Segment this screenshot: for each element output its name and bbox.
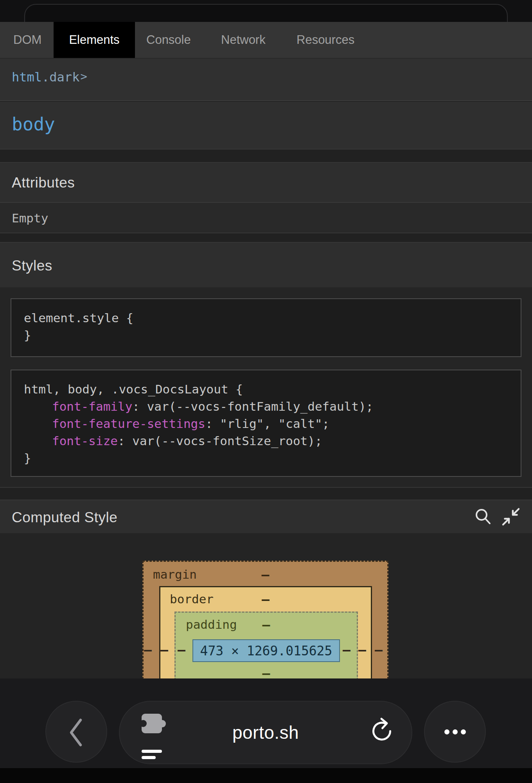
tab-network[interactable]: Network (221, 22, 266, 58)
css-property-line: font-size: var(--vocs-fontSize_root); (24, 432, 521, 449)
selected-node-name: body (12, 114, 55, 135)
tab-resources[interactable]: Resources (297, 22, 354, 58)
css-property-name: font-family (52, 399, 132, 413)
inspector-tab-bar: DOM Elements Console Network Resources (0, 22, 532, 58)
css-property-value: : var(--vocs-fontFamily_default); (132, 399, 373, 413)
styles-section-content: element.style { } html, body, .vocs_Docs… (0, 287, 532, 487)
tab-console[interactable]: Console (146, 22, 191, 58)
padding-right-value: – (343, 643, 350, 656)
dom-breadcrumb: html.dark> (0, 58, 532, 101)
breadcrumb-tag: html (12, 70, 42, 85)
section-divider (0, 233, 532, 243)
top-band (0, 0, 532, 22)
styles-title: Styles (12, 258, 52, 274)
reload-icon[interactable] (370, 717, 394, 745)
css-property-line: font-family: var(--vocs-fontFamily_defau… (24, 398, 521, 415)
attributes-empty-label: Empty (12, 211, 48, 225)
box-model-padding[interactable]: padding – 473 × 1269.015625 – (174, 612, 358, 678)
css-property-value: : var(--vocs-fontSize_root); (118, 434, 322, 448)
css-property-value: : "rlig", "calt"; (205, 417, 329, 431)
css-property-name: font-size (52, 434, 118, 448)
collapse-icon[interactable] (501, 507, 520, 526)
matched-css-rule[interactable]: html, body, .vocs_DocsLayout { font-fami… (11, 370, 521, 477)
padding-left-value: – (178, 643, 185, 656)
margin-right-value: – (375, 643, 383, 656)
mobile-web-inspector: DOM Elements Console Network Resources h… (0, 0, 532, 783)
tab-elements[interactable]: Elements (54, 22, 135, 58)
border-top-value: – (262, 593, 270, 606)
tab-dom[interactable]: DOM (13, 22, 41, 58)
selected-node-row[interactable]: body (0, 102, 532, 149)
url-label: porto.sh (120, 702, 412, 763)
computed-style-title: Computed Style (12, 509, 117, 526)
breadcrumb-item-html-dark[interactable]: html.dark> (12, 70, 87, 85)
border-right-value: – (358, 643, 366, 656)
element-style-rule[interactable]: element.style { } (11, 298, 521, 357)
breadcrumb-chevron-icon: > (80, 70, 87, 83)
bottom-home-strip (0, 768, 532, 783)
box-model-margin[interactable]: margin – border – padding – 473 × 1269.0… (142, 561, 388, 678)
browser-toolbar: porto.sh (0, 678, 532, 768)
rule-close-line: } (24, 449, 521, 467)
box-model-border[interactable]: border – padding – 473 × 1269.015625 – (159, 586, 372, 678)
rule-open-line: element.style { (24, 309, 521, 327)
css-property-line: font-feature-settings: "rlig", "calt"; (24, 415, 521, 432)
css-property-name: font-feature-settings (52, 417, 205, 431)
section-divider (0, 149, 532, 163)
content-dimensions: 473 × 1269.015625 (200, 643, 332, 659)
inspector-search-field[interactable] (24, 4, 508, 22)
back-button[interactable] (45, 701, 107, 763)
more-menu-button[interactable] (424, 701, 486, 763)
section-divider (0, 487, 532, 500)
attributes-section-header: Attributes (0, 163, 532, 202)
chevron-left-icon (71, 720, 81, 745)
padding-label: padding (186, 617, 237, 631)
padding-bottom-value: – (262, 667, 270, 678)
computed-style-header: Computed Style (0, 500, 532, 533)
address-bar[interactable]: porto.sh (119, 701, 412, 764)
margin-label: margin (153, 567, 197, 581)
rule-close-line: } (24, 327, 521, 344)
box-model-content[interactable]: 473 × 1269.015625 (192, 639, 340, 662)
margin-left-value: – (144, 643, 152, 656)
padding-top-value: – (262, 618, 270, 631)
attributes-empty-row: Empty (0, 202, 532, 233)
border-label: border (170, 592, 214, 606)
breadcrumb-class: .dark (42, 70, 79, 85)
ellipsis-icon (444, 729, 449, 734)
styles-section-header: Styles (0, 243, 532, 287)
attributes-title: Attributes (12, 175, 75, 191)
search-icon[interactable] (474, 507, 493, 526)
box-model-diagram: margin – border – padding – 473 × 1269.0… (0, 533, 532, 678)
margin-top-value: – (262, 568, 270, 581)
rule-selector-line: html, body, .vocs_DocsLayout { (24, 381, 521, 398)
border-left-value: – (160, 643, 168, 656)
